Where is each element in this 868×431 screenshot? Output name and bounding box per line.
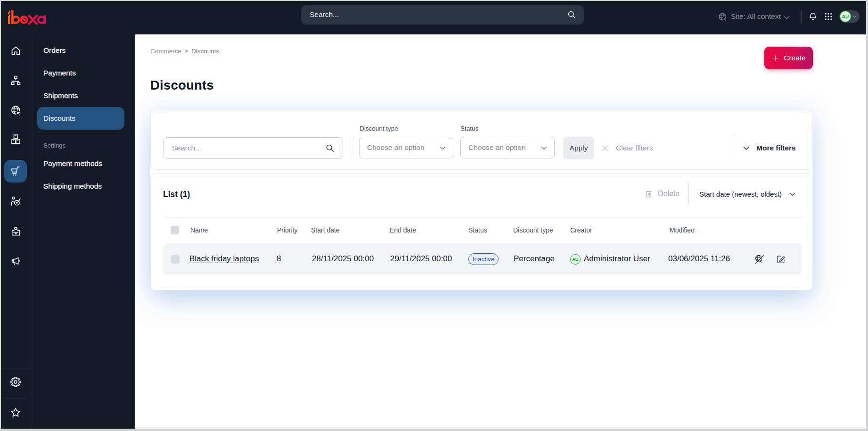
clear-filters-label[interactable]: Clear filters bbox=[616, 144, 653, 152]
row-modified: 03/06/2025 11:26 bbox=[668, 254, 730, 264]
filter-divider bbox=[351, 136, 351, 159]
global-search-placeholder: Search... bbox=[310, 10, 339, 19]
status-select[interactable]: Choose an option bbox=[460, 137, 555, 158]
breadcrumb-separator: > bbox=[185, 48, 188, 55]
menu-item-payment-methods[interactable]: Payment methods bbox=[31, 152, 135, 175]
sidebar-item-site[interactable] bbox=[10, 104, 22, 116]
row-discount-type: Percentage bbox=[514, 254, 555, 264]
breadcrumb-commerce[interactable]: Commerce bbox=[150, 48, 181, 55]
apply-button[interactable]: Apply bbox=[563, 137, 594, 159]
column-header-priority[interactable]: Priority bbox=[277, 226, 298, 234]
user-menu-chevron-icon[interactable] bbox=[852, 14, 858, 20]
sort-dropdown[interactable]: Start date (newest, oldest) bbox=[699, 190, 782, 198]
row-creator: Administrator User bbox=[584, 254, 650, 264]
menu-item-payments[interactable]: Payments bbox=[31, 62, 135, 84]
breadcrumb: Commerce>Discounts bbox=[150, 48, 219, 55]
status-badge: Inactive bbox=[468, 253, 499, 265]
row-name-link[interactable]: Black friday laptops bbox=[189, 254, 259, 264]
delete-button[interactable]: Delete bbox=[658, 190, 680, 198]
breadcrumb-discounts[interactable]: Discounts bbox=[191, 48, 219, 55]
table-header-border bbox=[163, 217, 802, 217]
cart-icon bbox=[10, 166, 22, 177]
column-header-creator[interactable]: Creator bbox=[570, 226, 592, 234]
user-avatar[interactable]: AU bbox=[840, 11, 851, 22]
sidebar-item-home[interactable] bbox=[10, 45, 22, 57]
sort-chevron-icon[interactable] bbox=[788, 190, 797, 199]
search-icon[interactable] bbox=[325, 143, 335, 153]
discount-type-value: Choose an option bbox=[367, 143, 425, 152]
main-nav-rail bbox=[1, 34, 31, 429]
sidebar-item-product-catalog[interactable] bbox=[10, 133, 22, 145]
gear-icon[interactable] bbox=[9, 376, 22, 388]
menu-item-shipments[interactable]: Shipments bbox=[31, 84, 135, 107]
column-header-discount-type[interactable]: Discount type bbox=[513, 226, 553, 234]
status-label: Status bbox=[460, 125, 478, 132]
filter-search-input[interactable]: Search... bbox=[163, 137, 343, 159]
filter-divider bbox=[734, 134, 734, 160]
window-frame-right bbox=[866, 0, 868, 431]
window-frame-bottom bbox=[0, 429, 868, 431]
row-end-date: 29/11/2025 00:00 bbox=[390, 254, 452, 264]
discount-type-select[interactable]: Choose an option bbox=[359, 137, 453, 158]
trash-icon bbox=[644, 189, 654, 199]
main-content: Commerce>Discounts Create Discounts Sear… bbox=[135, 34, 866, 429]
row-checkbox[interactable] bbox=[171, 255, 180, 264]
panel-divider bbox=[32, 135, 131, 135]
create-button-label: Create bbox=[784, 54, 806, 62]
filters-card: Search... Discount type Choose an option… bbox=[150, 110, 813, 170]
chevron-down-icon bbox=[540, 144, 548, 152]
column-header-start-date[interactable]: Start date bbox=[311, 226, 340, 234]
table-row[interactable]: Black friday laptops 8 28/11/2025 00:00 … bbox=[163, 243, 802, 275]
window-frame-left bbox=[0, 0, 1, 431]
sidebar-item-marketing[interactable] bbox=[10, 256, 22, 267]
menu-item-orders[interactable]: Orders bbox=[31, 39, 135, 62]
search-icon[interactable] bbox=[567, 10, 577, 20]
window-frame-top bbox=[0, 0, 868, 1]
sidebar-item-corporate[interactable] bbox=[10, 225, 22, 237]
site-context-globe-icon bbox=[718, 12, 728, 22]
menu-item-discounts-active[interactable]: Discounts bbox=[37, 107, 124, 130]
creator-avatar: AU bbox=[570, 254, 581, 265]
sidebar-item-customers[interactable] bbox=[10, 196, 22, 207]
column-header-name[interactable]: Name bbox=[190, 226, 208, 234]
column-header-modified[interactable]: Modified bbox=[670, 226, 695, 234]
list-divider bbox=[688, 182, 689, 205]
sidebar-item-commerce-active[interactable] bbox=[4, 160, 27, 182]
global-search-input[interactable]: Search... bbox=[301, 5, 584, 25]
column-header-status[interactable]: Status bbox=[468, 226, 487, 234]
site-context-chevron-icon[interactable] bbox=[783, 14, 791, 22]
ibexa-logo[interactable] bbox=[8, 10, 50, 25]
notifications-bell-icon[interactable] bbox=[808, 11, 818, 22]
filter-search-placeholder: Search... bbox=[172, 144, 201, 152]
topbar: Search... Site: All context AU bbox=[1, 1, 866, 34]
discount-type-label: Discount type bbox=[360, 125, 398, 132]
rail-divider bbox=[1, 368, 31, 368]
status-value: Choose an option bbox=[468, 143, 526, 152]
app-grid-icon[interactable] bbox=[824, 12, 833, 21]
plus-icon bbox=[771, 54, 779, 62]
site-context-label[interactable]: Site: All context bbox=[731, 12, 781, 21]
user-menu[interactable]: AU bbox=[839, 10, 860, 23]
row-priority: 8 bbox=[277, 254, 281, 264]
sidebar-item-content-structure[interactable] bbox=[10, 75, 22, 86]
page-title: Discounts bbox=[150, 78, 214, 93]
commerce-menu-panel: Orders Payments Shipments Discounts Sett… bbox=[31, 34, 135, 429]
column-header-end-date[interactable]: End date bbox=[390, 226, 416, 234]
row-start-date: 28/11/2025 00:00 bbox=[312, 254, 374, 264]
topbar-divider bbox=[801, 10, 802, 23]
select-all-checkbox[interactable] bbox=[171, 226, 179, 234]
create-button[interactable]: Create bbox=[764, 47, 813, 69]
chevron-down-icon bbox=[439, 144, 447, 152]
list-title: List (1) bbox=[163, 190, 190, 199]
more-filters-chevron-icon[interactable] bbox=[742, 144, 751, 153]
star-icon[interactable] bbox=[9, 406, 22, 419]
more-filters-label[interactable]: More filters bbox=[756, 144, 796, 152]
list-card: List (1) Delete Start date (newest, olde… bbox=[150, 174, 813, 290]
panel-section-settings: Settings bbox=[43, 142, 66, 149]
clear-filters-x-icon[interactable] bbox=[601, 144, 609, 152]
rail-divider bbox=[5, 398, 27, 398]
edit-icon[interactable] bbox=[776, 255, 786, 264]
menu-item-shipping-methods[interactable]: Shipping methods bbox=[31, 175, 135, 198]
preview-disabled-icon[interactable] bbox=[754, 254, 765, 265]
